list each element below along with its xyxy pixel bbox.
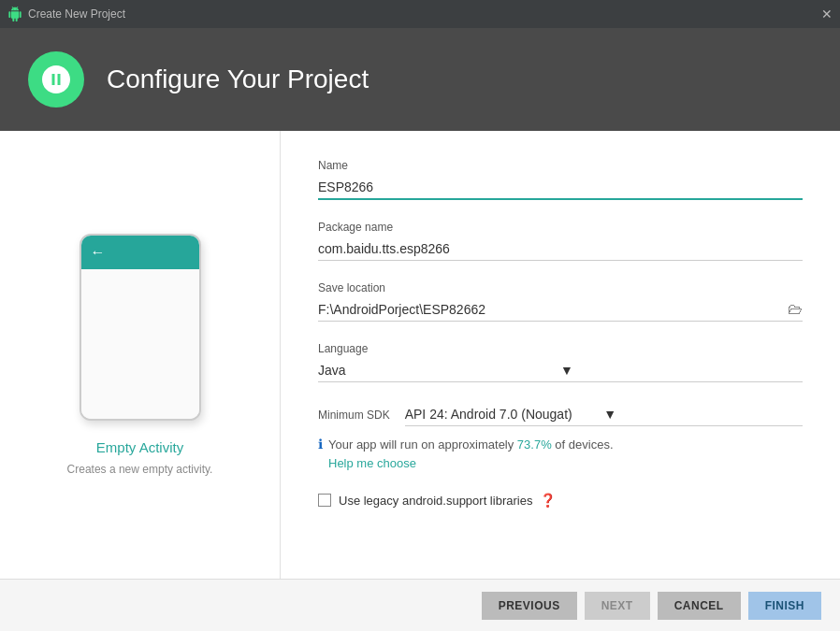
activity-desc: Creates a new empty activity. <box>67 463 213 476</box>
name-label: Name <box>318 159 803 172</box>
title-bar-left: Create New Project <box>7 7 125 22</box>
min-sdk-field-group: Minimum SDK API 24: Android 7.0 (Nougat)… <box>318 403 803 472</box>
package-name-input[interactable] <box>318 237 803 261</box>
folder-icon[interactable]: 🗁 <box>788 301 803 318</box>
legacy-support-label: Use legacy android.support libraries <box>339 494 532 508</box>
main-content: ← Empty Activity Creates a new empty act… <box>0 131 840 579</box>
right-panel: Name Package name Save location 🗁 Langua… <box>281 131 840 579</box>
next-button[interactable]: NEXT <box>585 592 650 620</box>
min-sdk-label: Minimum SDK <box>318 409 390 422</box>
legacy-support-checkbox-row: Use legacy android.support libraries ❓ <box>318 493 803 508</box>
window-title: Create New Project <box>28 7 125 21</box>
help-circle-icon[interactable]: ❓ <box>540 493 556 508</box>
phone-status-bar: ← <box>81 236 199 269</box>
language-label: Language <box>318 342 803 355</box>
left-panel: ← Empty Activity Creates a new empty act… <box>0 131 281 579</box>
save-location-input[interactable] <box>318 298 788 321</box>
finish-button[interactable]: FINISH <box>748 592 821 620</box>
info-text-after: of devices. <box>552 437 614 452</box>
activity-label: Empty Activity <box>96 439 183 455</box>
language-select[interactable]: Java ▼ <box>318 359 803 382</box>
save-location-field-group: Save location 🗁 <box>318 281 803 322</box>
min-sdk-value: API 24: Android 7.0 (Nougat) <box>405 407 604 422</box>
help-me-choose-link[interactable]: Help me choose <box>328 456 416 470</box>
cancel-button[interactable]: CANCEL <box>658 592 741 620</box>
package-name-label: Package name <box>318 221 803 234</box>
info-highlight: 73.7% <box>517 437 552 452</box>
info-text: Your app will run on approximately 73.7%… <box>328 436 614 472</box>
language-value: Java <box>318 363 560 378</box>
legacy-support-checkbox[interactable] <box>318 494 331 507</box>
phone-back-arrow-icon: ← <box>91 244 106 261</box>
save-location-input-row: 🗁 <box>318 298 803 322</box>
save-location-label: Save location <box>318 281 803 294</box>
min-sdk-dropdown-arrow-icon: ▼ <box>603 407 803 422</box>
info-line: ℹ Your app will run on approximately 73.… <box>318 436 803 472</box>
android-logo-icon <box>7 7 22 22</box>
title-bar: Create New Project ✕ <box>0 0 840 28</box>
name-input[interactable] <box>318 176 803 200</box>
phone-mockup: ← <box>80 234 201 421</box>
min-sdk-select[interactable]: API 24: Android 7.0 (Nougat) ▼ <box>405 403 803 426</box>
language-field-group: Language Java ▼ <box>318 342 803 382</box>
previous-button[interactable]: PREVIOUS <box>482 592 577 620</box>
info-icon: ℹ <box>318 437 323 452</box>
header: Configure Your Project <box>0 28 840 131</box>
language-dropdown-arrow-icon: ▼ <box>560 363 803 378</box>
header-title: Configure Your Project <box>107 65 369 94</box>
android-studio-icon <box>39 63 73 96</box>
package-name-field-group: Package name <box>318 221 803 261</box>
min-sdk-row: Minimum SDK API 24: Android 7.0 (Nougat)… <box>318 403 803 426</box>
header-icon <box>28 51 84 108</box>
footer: PREVIOUS NEXT CANCEL FINISH <box>0 579 840 631</box>
close-button[interactable]: ✕ <box>821 7 833 22</box>
name-field-group: Name <box>318 159 803 200</box>
phone-content <box>81 269 199 419</box>
info-text-before: Your app will run on approximately <box>328 437 517 452</box>
